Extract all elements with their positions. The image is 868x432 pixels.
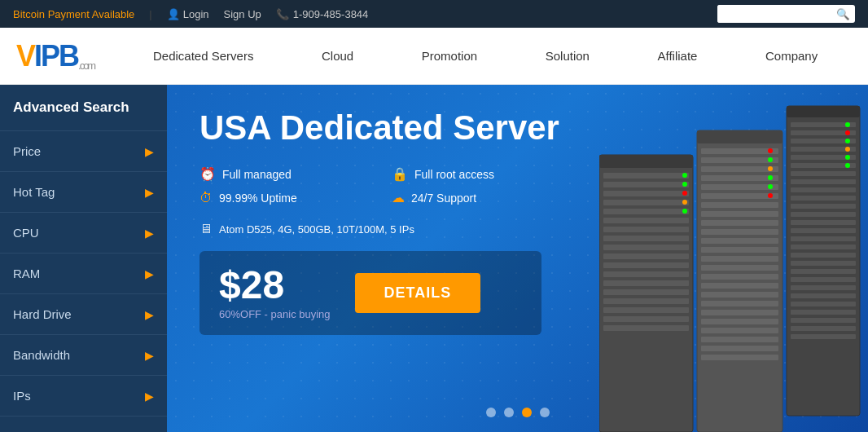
sidebar-title: Advanced Search xyxy=(0,85,167,131)
svg-rect-81 xyxy=(603,280,689,286)
hero-section: USA Dedicated Server ⏰ Full managed 🔒 Fu… xyxy=(167,85,868,432)
svg-rect-8 xyxy=(791,171,856,176)
svg-rect-85 xyxy=(603,316,689,322)
svg-rect-55 xyxy=(701,310,778,315)
feature-uptime: ⏱ 99.99% Uptime xyxy=(199,190,367,205)
signup-link[interactable]: Sign Up xyxy=(224,8,261,20)
svg-rect-42 xyxy=(701,193,778,199)
svg-rect-56 xyxy=(701,319,778,324)
svg-rect-17 xyxy=(791,245,856,249)
carousel-dot-2[interactable] xyxy=(504,408,514,417)
sidebar-item-label: Hot Tag xyxy=(13,185,55,199)
svg-point-91 xyxy=(682,209,687,214)
carousel-dots xyxy=(486,408,550,417)
phone-icon: 📞 xyxy=(276,8,289,20)
svg-rect-57 xyxy=(701,328,778,333)
svg-rect-1 xyxy=(787,106,860,117)
svg-rect-46 xyxy=(701,229,778,235)
svg-rect-49 xyxy=(701,256,778,262)
price-discount: 60%OFF - panic buying xyxy=(219,308,331,320)
nav-cloud[interactable]: Cloud xyxy=(309,41,366,71)
search-input[interactable] xyxy=(717,5,831,23)
svg-point-88 xyxy=(682,182,687,187)
search-icon: 🔍 xyxy=(836,8,850,20)
nav-dedicated-servers[interactable]: Dedicated Servers xyxy=(140,41,266,71)
sidebar-item-label: Hard Drive xyxy=(13,307,72,321)
svg-rect-44 xyxy=(701,211,778,217)
svg-rect-78 xyxy=(603,253,689,259)
svg-rect-68 xyxy=(599,155,693,168)
svg-rect-14 xyxy=(791,220,856,225)
sidebar-item-hot-tag[interactable]: Hot Tag ▶ xyxy=(0,172,167,213)
sidebar-item-price[interactable]: Price ▶ xyxy=(0,131,167,172)
svg-rect-9 xyxy=(791,179,856,184)
user-icon: 👤 xyxy=(167,8,180,20)
sidebar-item-label: RAM xyxy=(13,267,40,280)
svg-rect-19 xyxy=(791,261,856,266)
sidebar-item-label: IPs xyxy=(13,389,31,403)
logo[interactable]: VIPB.com xyxy=(16,42,94,71)
svg-rect-36 xyxy=(697,130,783,143)
feature-support: ☁ 24/7 Support xyxy=(392,190,559,205)
timer-icon: ⏱ xyxy=(199,191,213,205)
sidebar-item-bandwidth[interactable]: Bandwidth ▶ xyxy=(0,335,167,376)
svg-rect-52 xyxy=(701,283,778,289)
svg-rect-10 xyxy=(791,187,856,192)
svg-rect-23 xyxy=(791,293,856,298)
sidebar-item-cpu[interactable]: CPU ▶ xyxy=(0,213,167,253)
nav-company[interactable]: Company xyxy=(752,41,831,71)
cloud-icon: ☁ xyxy=(392,190,405,205)
server-icon: 🖥 xyxy=(199,222,213,236)
nav-solution[interactable]: Solution xyxy=(533,41,603,71)
login-link[interactable]: 👤 Login xyxy=(167,8,209,20)
sidebar-item-label: Bandwidth xyxy=(13,348,70,362)
feature-label: Full root access xyxy=(414,168,494,181)
svg-rect-82 xyxy=(603,289,689,295)
svg-rect-80 xyxy=(603,271,689,277)
chevron-right-icon: ▶ xyxy=(145,145,154,158)
svg-point-64 xyxy=(768,175,773,180)
carousel-dot-3[interactable] xyxy=(522,408,532,417)
svg-rect-41 xyxy=(701,184,778,190)
svg-rect-84 xyxy=(603,307,689,313)
nav-affiliate[interactable]: Affiliate xyxy=(645,41,711,71)
svg-point-65 xyxy=(768,184,773,189)
nav-promotion[interactable]: Promotion xyxy=(409,41,490,71)
sidebar-item-label: Price xyxy=(13,144,41,158)
svg-rect-18 xyxy=(791,253,856,258)
carousel-dot-1[interactable] xyxy=(486,408,496,417)
svg-rect-13 xyxy=(791,212,856,217)
lock-icon: 🔒 xyxy=(392,166,408,182)
svg-point-90 xyxy=(682,200,687,205)
svg-rect-59 xyxy=(701,346,778,351)
svg-rect-21 xyxy=(791,277,856,282)
top-bar: Bitcoin Payment Available | 👤 Login Sign… xyxy=(0,0,868,28)
sidebar-item-ram[interactable]: RAM ▶ xyxy=(0,253,167,294)
sidebar-item-hard-drive[interactable]: Hard Drive ▶ xyxy=(0,294,167,335)
main-layout: Advanced Search Price ▶ Hot Tag ▶ CPU ▶ … xyxy=(0,85,868,432)
feature-full-root: 🔒 Full root access xyxy=(392,166,559,182)
spec-text: Atom D525, 4G, 500GB, 10T/100M, 5 IPs xyxy=(219,223,414,236)
svg-rect-60 xyxy=(701,355,778,360)
price-box: $28 60%OFF - panic buying DETAILS xyxy=(199,251,541,335)
chevron-right-icon: ▶ xyxy=(145,267,154,280)
price-amount: $28 xyxy=(219,266,331,305)
search-button[interactable]: 🔍 xyxy=(831,5,855,23)
svg-rect-73 xyxy=(603,209,689,214)
price-left: $28 60%OFF - panic buying xyxy=(219,266,331,320)
svg-point-31 xyxy=(845,139,850,143)
svg-rect-28 xyxy=(791,334,856,339)
svg-point-30 xyxy=(845,130,850,135)
svg-rect-38 xyxy=(701,157,778,163)
svg-rect-58 xyxy=(701,337,778,342)
chevron-right-icon: ▶ xyxy=(145,349,154,362)
svg-rect-22 xyxy=(791,285,856,290)
chevron-right-icon: ▶ xyxy=(145,308,154,321)
svg-point-62 xyxy=(768,157,773,162)
svg-point-87 xyxy=(682,173,687,178)
sidebar-item-ips[interactable]: IPs ▶ xyxy=(0,376,167,417)
svg-rect-71 xyxy=(603,191,689,196)
details-button[interactable]: DETAILS xyxy=(355,273,481,313)
carousel-dot-4[interactable] xyxy=(540,408,550,417)
servers-illustration xyxy=(591,85,868,432)
